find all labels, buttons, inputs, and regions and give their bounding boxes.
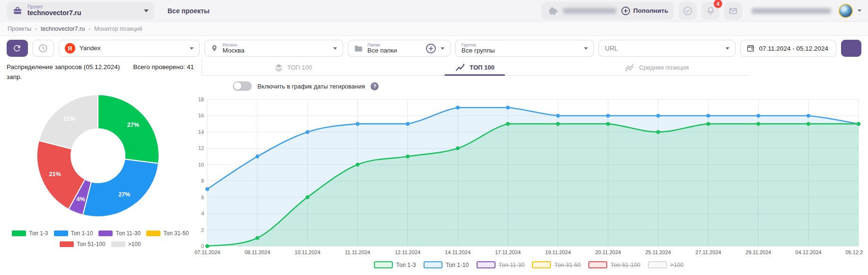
check-circle-icon: [682, 6, 693, 16]
data-point[interactable]: [506, 106, 510, 109]
legend-label: Топ 11-30: [115, 230, 141, 237]
legend-label: Топ 1-3: [396, 262, 416, 268]
more-options-button[interactable]: [841, 40, 861, 57]
positions-line-chart: 02468101214161807.11.202408.11.202410.11…: [191, 94, 863, 260]
legend-swatch: [54, 231, 68, 236]
line-legend-item[interactable]: >100: [648, 261, 683, 268]
all-projects-link[interactable]: Все проекты: [168, 7, 210, 15]
line-legend-item[interactable]: Топ 1-3: [374, 261, 416, 268]
data-point[interactable]: [256, 236, 259, 240]
url-select[interactable]: URL: [599, 40, 735, 57]
help-icon[interactable]: ?: [371, 82, 379, 90]
donut-legend: Топ 1-3Топ 1-10Топ 11-30Топ 31-50Топ 51-…: [7, 230, 194, 248]
layers-icon: [274, 63, 283, 72]
data-point[interactable]: [606, 122, 610, 126]
add-folder-button[interactable]: [425, 43, 436, 54]
data-point[interactable]: [456, 106, 460, 109]
project-selector[interactable]: Проект technovector7.ru: [7, 2, 154, 20]
tab-average-position[interactable]: Средняя позиция: [566, 60, 748, 75]
data-point[interactable]: [756, 122, 760, 126]
legend-swatch: [477, 261, 496, 268]
notifications-button[interactable]: 4: [701, 2, 719, 20]
data-point[interactable]: [205, 187, 209, 191]
breadcrumb-item[interactable]: Проекты: [8, 26, 31, 32]
donut-slice-label: 21%: [49, 171, 61, 177]
tab-top-100-1[interactable]: ТОП 100: [202, 60, 384, 75]
data-point[interactable]: [656, 114, 660, 117]
date-range-picker[interactable]: 07.11.2024 - 05.12.2024: [740, 40, 836, 57]
line-legend-item[interactable]: Топ 11-30: [477, 261, 525, 268]
date-range-value: 07.11.2024 - 05.12.2024: [759, 45, 830, 52]
chart-tabs: ТОП 100ТОП 100Средняя позиция: [202, 60, 748, 76]
piggy-bank-icon: [547, 6, 558, 16]
search-engine-select[interactable]: Я Yandex: [59, 40, 200, 57]
line-legend-item[interactable]: Топ 51-100: [588, 261, 640, 268]
tasks-button[interactable]: [679, 2, 697, 20]
line-legend-item[interactable]: Топ 31-50: [532, 261, 581, 268]
region-select[interactable]: Регион Москва: [204, 40, 343, 57]
x-axis-label: 17.11.2024: [495, 249, 521, 255]
legend-swatch: [60, 241, 74, 247]
y-axis-label: 12: [198, 145, 204, 151]
data-point[interactable]: [406, 122, 409, 126]
data-point[interactable]: [356, 122, 360, 126]
yandex-icon: Я: [65, 43, 75, 53]
x-axis-label: 10.11.2024: [295, 249, 320, 255]
line-legend-item[interactable]: Топ 1-10: [424, 261, 469, 268]
donut-legend-item: Топ 1-10: [54, 230, 93, 237]
data-point[interactable]: [456, 146, 460, 150]
legend-label: Топ 1-10: [71, 230, 93, 237]
legend-swatch: [146, 231, 160, 236]
data-point[interactable]: [806, 122, 810, 126]
avatar[interactable]: [839, 4, 853, 18]
legend-label: Топ 31-50: [554, 262, 581, 268]
x-axis-label: 05.12.2024: [845, 249, 863, 255]
data-point[interactable]: [706, 114, 710, 117]
legend-label: Топ 31-50: [163, 230, 189, 237]
data-point[interactable]: [205, 244, 209, 248]
x-axis-label: 27.11.2024: [695, 249, 721, 255]
messages-button[interactable]: [724, 2, 742, 20]
data-point[interactable]: [857, 122, 860, 126]
breadcrumb-item[interactable]: technovector7.ru: [41, 26, 85, 32]
group-select[interactable]: Группа Все группы: [455, 40, 594, 57]
tab-label: Средняя позиция: [639, 64, 689, 71]
data-point[interactable]: [306, 130, 310, 134]
donut-slice[interactable]: [83, 159, 159, 217]
data-point[interactable]: [306, 195, 310, 199]
history-button[interactable]: [33, 40, 54, 57]
chart-panel: ТОП 100ТОП 100Средняя позиция Включить в…: [189, 60, 868, 275]
briefcase-icon: [12, 6, 23, 16]
x-axis-label: 04.12.2024: [796, 249, 822, 255]
data-point[interactable]: [506, 122, 510, 126]
main-content: Распределение запросов (05.12.2024)Всего…: [0, 60, 868, 275]
legend-label: Топ 51-100: [611, 262, 640, 268]
data-point[interactable]: [606, 114, 610, 117]
data-point[interactable]: [806, 114, 810, 117]
tab-label: ТОП 100: [287, 64, 312, 71]
data-point[interactable]: [706, 122, 710, 126]
chevron-down-icon: [333, 47, 337, 50]
account-menu-chevron-icon[interactable]: [858, 9, 861, 12]
donut-slice-label: 27%: [118, 191, 130, 198]
data-point[interactable]: [756, 114, 760, 117]
donut-slice[interactable]: [98, 95, 159, 163]
tab-top-100-2[interactable]: ТОП 100: [384, 60, 566, 75]
folders-select[interactable]: Папки Все папки: [348, 40, 451, 57]
breadcrumb: Проекты•technovector7.ru•Монитор позиций: [0, 22, 868, 36]
refresh-button[interactable]: [7, 40, 28, 57]
topup-label: Пополнить: [633, 7, 668, 14]
data-point[interactable]: [356, 163, 360, 167]
data-point[interactable]: [556, 122, 560, 126]
distribution-title: Распределение запросов (05.12.2024): [7, 63, 120, 71]
data-point[interactable]: [256, 155, 259, 159]
tagging-dates-toggle[interactable]: [233, 81, 252, 91]
legend-swatch: [648, 261, 667, 268]
data-point[interactable]: [656, 130, 660, 134]
x-axis-label: 08.11.2024: [245, 249, 270, 255]
legend-label: Топ 1-3: [29, 230, 48, 237]
data-point[interactable]: [556, 114, 560, 117]
legend-swatch: [111, 241, 125, 247]
topup-button[interactable]: Пополнить: [621, 6, 668, 16]
data-point[interactable]: [406, 155, 409, 159]
